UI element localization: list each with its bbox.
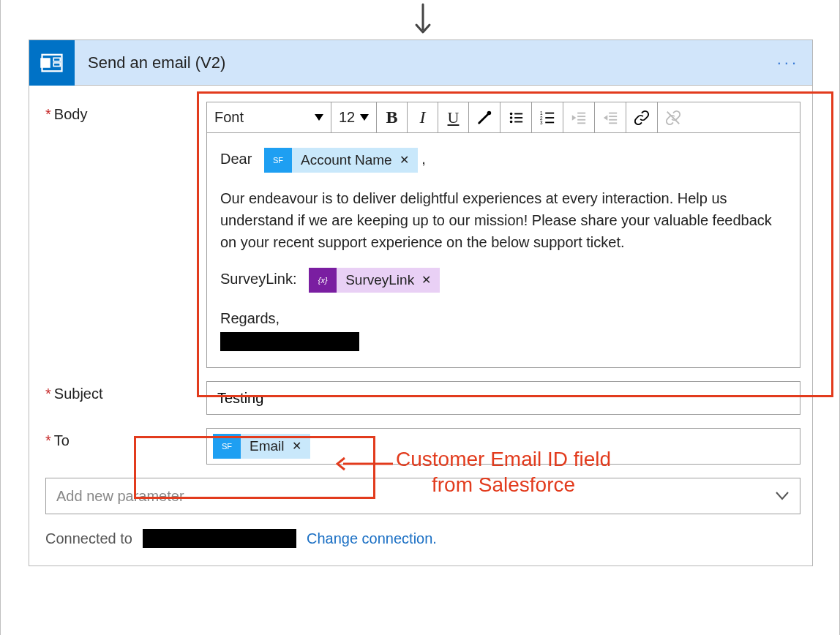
svg-rect-18 — [577, 116, 585, 117]
token-label: Account Name — [301, 150, 392, 171]
svg-point-7 — [510, 120, 513, 123]
annotation-arrow-icon — [336, 455, 394, 473]
svg-rect-1 — [40, 58, 50, 68]
token-label: Email — [250, 438, 285, 454]
dynamic-token-surveylink[interactable]: {x} SurveyLink ✕ — [309, 268, 440, 293]
required-asterisk: * — [45, 432, 51, 448]
token-label: SurveyLink — [345, 270, 414, 291]
dynamic-token-account-name[interactable]: SF Account Name ✕ — [264, 148, 418, 173]
svg-rect-10 — [514, 121, 522, 122]
body-editor[interactable]: Dear SF Account Name ✕ , — [207, 133, 800, 367]
flow-arrow-down-icon — [413, 3, 432, 35]
chevron-down-icon — [775, 488, 790, 505]
change-connection-link[interactable]: Change connection. — [307, 530, 437, 547]
redacted-account — [143, 529, 296, 548]
token-remove-icon[interactable]: ✕ — [400, 154, 409, 166]
svg-rect-21 — [609, 112, 617, 113]
body-text-regards: Regards, — [220, 307, 787, 329]
svg-rect-3 — [53, 63, 60, 67]
redacted-signature — [220, 332, 359, 351]
svg-rect-8 — [514, 113, 522, 114]
indent-button — [595, 102, 626, 132]
chevron-down-icon — [360, 114, 369, 121]
label-body: Body — [54, 106, 88, 122]
svg-rect-16 — [545, 121, 554, 123]
card-header[interactable]: Send an email (V2) ··· — [29, 40, 812, 86]
rte-toolbar: Font 12 B I U — [207, 102, 800, 133]
required-asterisk: * — [45, 386, 51, 402]
font-color-button[interactable] — [469, 102, 500, 132]
italic-button[interactable]: I — [408, 102, 438, 132]
svg-rect-19 — [577, 119, 585, 120]
link-button[interactable] — [626, 102, 658, 132]
annotation-callout-text: Customer Email ID field from Salesforce — [396, 446, 611, 497]
svg-rect-2 — [53, 58, 60, 61]
svg-rect-24 — [609, 122, 617, 124]
body-text-surveylabel: SurveyLink: — [220, 271, 297, 287]
token-remove-icon[interactable]: ✕ — [292, 440, 301, 452]
dynamic-token-email[interactable]: SF Email ✕ — [213, 434, 310, 459]
variable-icon: {x} — [309, 268, 337, 293]
card-menu-button[interactable]: ··· — [764, 40, 812, 85]
connected-to-label: Connected to — [45, 530, 132, 547]
outdent-button — [563, 102, 595, 132]
unlink-button — [658, 102, 689, 132]
svg-text:3: 3 — [540, 120, 543, 125]
font-label: Font — [214, 109, 244, 126]
bold-button[interactable]: B — [377, 102, 408, 132]
outlook-icon — [29, 40, 75, 86]
font-size-label: 12 — [339, 109, 355, 126]
chevron-down-icon — [315, 114, 323, 121]
body-text-greeting: Dear — [220, 151, 252, 167]
label-to: To — [54, 432, 70, 448]
salesforce-icon: SF — [213, 434, 241, 459]
svg-rect-9 — [514, 117, 522, 119]
svg-rect-17 — [577, 112, 585, 113]
subject-input[interactable] — [206, 381, 800, 415]
font-size-dropdown[interactable]: 12 — [331, 102, 377, 132]
salesforce-icon: SF — [264, 148, 292, 173]
label-subject: Subject — [54, 386, 103, 402]
card-title: Send an email (V2) — [88, 53, 225, 72]
svg-rect-14 — [545, 112, 554, 113]
svg-rect-23 — [609, 119, 617, 120]
bullet-list-button[interactable] — [500, 102, 532, 132]
underline-button[interactable]: U — [438, 102, 469, 132]
svg-rect-15 — [545, 117, 554, 119]
font-dropdown[interactable]: Font — [207, 102, 331, 132]
body-text-greeting-suffix: , — [421, 151, 426, 167]
svg-rect-22 — [609, 116, 617, 117]
svg-rect-20 — [577, 122, 585, 124]
svg-point-4 — [487, 110, 492, 115]
svg-point-5 — [510, 112, 513, 115]
required-asterisk: * — [45, 106, 51, 122]
svg-point-6 — [510, 116, 513, 119]
body-text-paragraph: Our endeavour is to deliver delightful e… — [220, 187, 787, 253]
numbered-list-button[interactable]: 123 — [532, 102, 563, 132]
add-parameter-label: Add new parameter — [56, 488, 184, 505]
token-remove-icon[interactable]: ✕ — [421, 274, 431, 286]
